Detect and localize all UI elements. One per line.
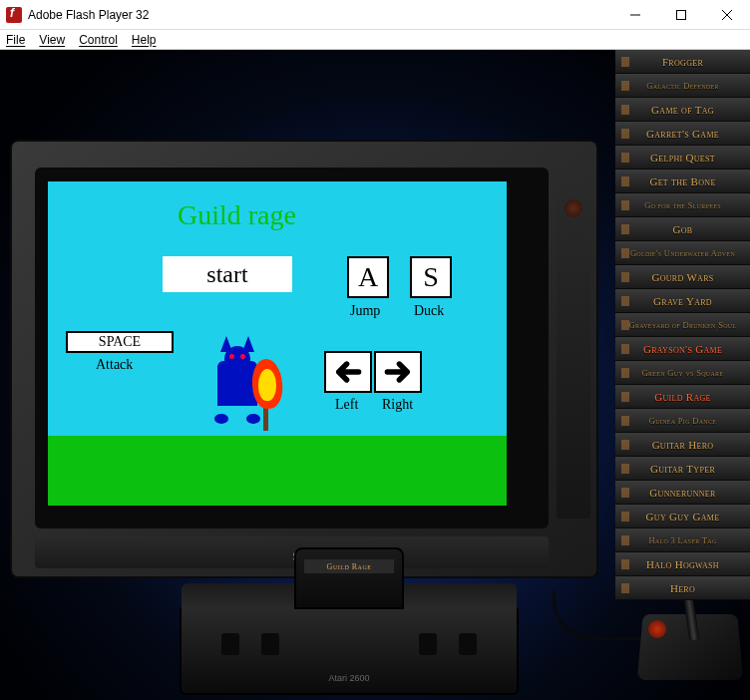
svg-rect-1 — [677, 10, 686, 19]
cartridge-item[interactable]: Gob — [615, 217, 750, 241]
cartridge-item[interactable]: Game of Tag — [615, 98, 750, 122]
cartridge-item[interactable]: Galactic Defender — [615, 74, 750, 98]
cartridge-item[interactable]: Halo Hogwash — [615, 552, 750, 576]
tv-side-panel — [557, 179, 590, 519]
start-button[interactable]: start — [163, 256, 292, 292]
right-label: Right — [382, 397, 413, 413]
duck-label: Duck — [414, 303, 444, 319]
console-switch-icon[interactable] — [221, 633, 239, 655]
cartridge-item[interactable]: Grave Yard — [615, 289, 750, 313]
cartridge-item[interactable]: Gunnerunner — [615, 481, 750, 505]
cartridge-item[interactable]: Gourd Wars — [615, 265, 750, 289]
tv-knob-icon — [564, 199, 582, 217]
cartridge-item[interactable]: Garret's Game — [615, 122, 750, 146]
flash-stage: SONY Guild rage start A Jump S Duck SPAC… — [0, 50, 750, 700]
arrow-left-box — [324, 351, 372, 393]
character-eye-icon — [229, 354, 234, 359]
minimize-button[interactable] — [612, 0, 658, 29]
flash-icon — [6, 7, 22, 23]
cartridge-item[interactable]: Go for the Slurpees — [615, 193, 750, 217]
left-label: Left — [335, 397, 358, 413]
inserted-cartridge-label: Guild Rage — [304, 559, 394, 573]
jump-label: Jump — [350, 303, 380, 319]
arrow-left-icon — [332, 356, 364, 388]
key-a-box: A — [347, 256, 389, 298]
cartridge-item[interactable]: Grayson's Game — [615, 337, 750, 361]
key-s-box: S — [410, 256, 452, 298]
close-button[interactable] — [704, 0, 750, 29]
cartridge-item[interactable]: Get the Bone — [615, 170, 750, 193]
cartridge-item[interactable]: Green Guy vs Square — [615, 361, 750, 385]
cartridge-item[interactable]: Halo 3 Laser Tag — [615, 528, 750, 552]
cartridge-label-text: Guild Rage — [327, 562, 372, 571]
cartridge-item[interactable]: Hero — [615, 576, 750, 600]
cartridge-item[interactable]: Guild Rage — [615, 385, 750, 409]
menu-file[interactable]: File — [6, 33, 25, 47]
cartridge-item[interactable]: Guy Guy Game — [615, 505, 750, 528]
menu-help[interactable]: Help — [132, 33, 157, 47]
cartridge-slot — [294, 547, 404, 609]
cartridge-list[interactable]: FroggerGalactic DefenderGame of TagGarre… — [615, 50, 750, 700]
game-title: Guild rage — [178, 199, 296, 231]
key-space-box: SPACE — [66, 331, 174, 353]
atari-console: Guild Rage Atari 2600 — [180, 605, 519, 695]
window-controls — [612, 0, 750, 29]
tv-screen: Guild rage start A Jump S Duck SPACE Att… — [48, 181, 507, 506]
cartridge-item[interactable]: Guinea Pig Dance — [615, 409, 750, 433]
crt-television: SONY Guild rage start A Jump S Duck SPAC… — [10, 140, 598, 578]
cartridge-item[interactable]: Graveyard of Drunken Soul — [615, 313, 750, 337]
cartridge-item[interactable]: Guitar Hero — [615, 433, 750, 457]
attack-label: Attack — [96, 357, 133, 373]
cartridge-item[interactable]: Guitar Typer — [615, 457, 750, 481]
character-eye-icon — [240, 354, 245, 359]
arrow-right-box — [374, 351, 422, 393]
cartridge-item[interactable]: Goldie's Underwater Adven — [615, 241, 750, 265]
flame-icon — [252, 359, 282, 409]
game-ground — [48, 436, 507, 506]
menubar: File View Control Help — [0, 30, 750, 50]
cartridge-item[interactable]: Gelphi Quest — [615, 146, 750, 170]
character-foot-icon — [246, 414, 260, 424]
console-switch-icon[interactable] — [419, 633, 437, 655]
window-titlebar: Adobe Flash Player 32 — [0, 0, 750, 30]
menu-view[interactable]: View — [39, 33, 65, 47]
window-title: Adobe Flash Player 32 — [28, 8, 612, 22]
character-foot-icon — [214, 414, 228, 424]
console-switch-icon[interactable] — [261, 633, 279, 655]
console-switch-icon[interactable] — [459, 633, 477, 655]
menu-control[interactable]: Control — [79, 33, 118, 47]
arrow-right-icon — [382, 356, 414, 388]
console-brand-label: Atari 2600 — [328, 673, 369, 683]
maximize-button[interactable] — [658, 0, 704, 29]
cartridge-item[interactable]: Frogger — [615, 50, 750, 74]
